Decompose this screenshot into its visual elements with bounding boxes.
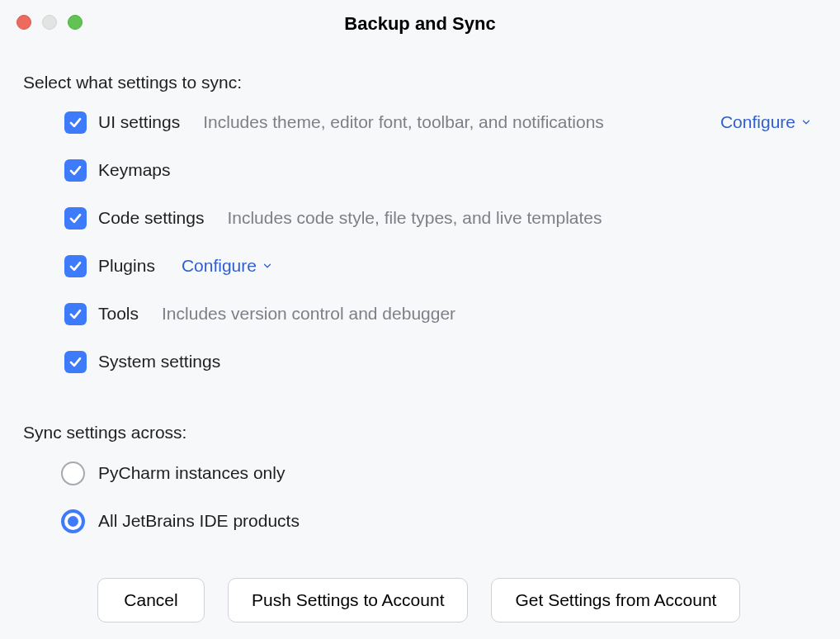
radio-all-jetbrains[interactable] (61, 509, 85, 533)
configure-label: Configure (182, 256, 257, 276)
sync-item-code-settings: Code settings Includes code style, file … (64, 206, 817, 230)
chevron-down-icon (262, 256, 273, 276)
item-label: Tools (98, 304, 139, 324)
item-desc: Includes theme, editor font, toolbar, an… (203, 112, 604, 132)
across-heading: Sync settings across: (23, 423, 817, 443)
cancel-button[interactable]: Cancel (97, 578, 205, 622)
titlebar: Backup and Sync (0, 0, 840, 40)
sync-item-plugins: Plugins Configure (64, 254, 817, 277)
checkbox-system-settings[interactable] (64, 351, 87, 373)
chevron-down-icon (800, 112, 812, 132)
check-icon (68, 354, 83, 370)
sync-item-keymaps: Keymaps (64, 159, 817, 182)
close-icon[interactable] (17, 15, 31, 30)
radio-label: PyCharm instances only (98, 463, 285, 483)
checkbox-code-settings[interactable] (64, 207, 87, 230)
check-icon (68, 211, 83, 226)
get-settings-button[interactable]: Get Settings from Account (491, 578, 740, 622)
check-icon (68, 163, 83, 178)
check-icon (68, 258, 83, 274)
window-controls (17, 15, 83, 30)
buttons-bar: Cancel Push Settings to Account Get Sett… (0, 578, 840, 622)
checkbox-keymaps[interactable] (64, 159, 87, 182)
select-heading: Select what settings to sync: (23, 73, 817, 92)
configure-ui-settings-link[interactable]: Configure (720, 112, 812, 132)
radio-label: All JetBrains IDE products (98, 511, 300, 531)
sync-item-ui-settings: UI settings Includes theme, editor font,… (64, 111, 817, 134)
configure-plugins-link[interactable]: Configure (182, 256, 273, 276)
minimize-icon (42, 15, 57, 30)
maximize-icon[interactable] (68, 15, 83, 30)
sync-item-tools: Tools Includes version control and debug… (64, 302, 817, 325)
checkbox-ui-settings[interactable] (64, 111, 87, 134)
check-icon (68, 306, 83, 322)
item-desc: Includes code style, file types, and liv… (227, 208, 602, 228)
check-icon (68, 115, 83, 130)
item-label: UI settings (98, 112, 180, 132)
radio-pycharm-only[interactable] (61, 462, 85, 485)
radio-row-all-jetbrains[interactable]: All JetBrains IDE products (61, 509, 817, 533)
window-title: Backup and Sync (0, 13, 840, 35)
radio-row-pycharm[interactable]: PyCharm instances only (61, 461, 817, 485)
item-desc: Includes version control and debugger (162, 304, 455, 324)
item-label: Plugins (98, 256, 155, 276)
item-label: System settings (98, 352, 220, 372)
item-label: Keymaps (98, 160, 171, 180)
checkbox-plugins[interactable] (64, 255, 87, 277)
push-settings-button[interactable]: Push Settings to Account (228, 578, 468, 622)
configure-label: Configure (720, 112, 795, 132)
checkbox-tools[interactable] (64, 303, 87, 325)
sync-item-system-settings: System settings (64, 350, 817, 373)
item-label: Code settings (98, 208, 204, 228)
